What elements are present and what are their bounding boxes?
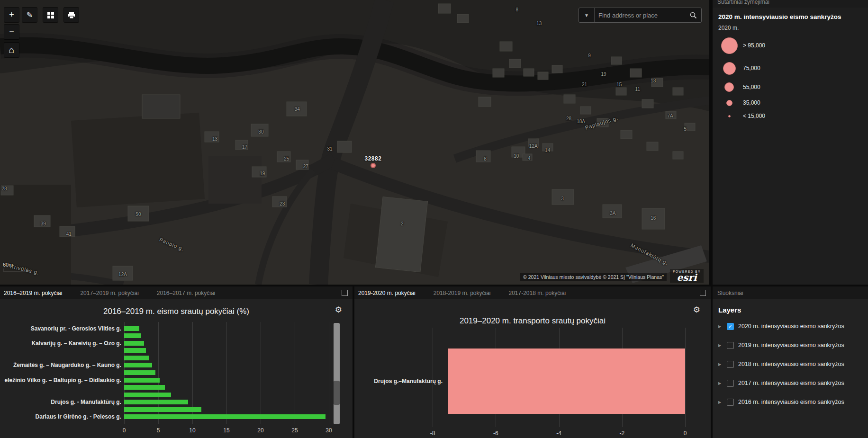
axis-tick-label: 15 — [223, 427, 229, 434]
legend-circle-icon — [726, 100, 732, 106]
layer-checkbox[interactable] — [727, 342, 734, 349]
chart-bar-track — [124, 393, 329, 397]
layer-item[interactable]: ▶2018 m. intensyviausio eismo sankryžos — [713, 355, 868, 374]
home-extent-button[interactable]: ⌂ — [4, 43, 19, 57]
chart1-bars: Savanorių pr. - Gerosios Vilties g.Kalva… — [0, 325, 329, 420]
draw-pencil-button[interactable]: ✎ — [22, 8, 37, 22]
marker-dot-icon — [371, 163, 376, 168]
chart-bar[interactable] — [124, 400, 188, 404]
chart1-scrollbar-thumb[interactable] — [334, 381, 340, 405]
layer-item-label: 2017 m. intensyviausio eismo sankryžos — [738, 380, 844, 386]
chart-bar[interactable] — [124, 333, 141, 338]
legend-item-label: 35,000 — [743, 99, 760, 106]
chart-bar-track — [124, 341, 329, 346]
tab-2019-2020-m.-pokyčiai[interactable]: 2019-2020 m. pokyčiai — [358, 290, 416, 296]
chart2-body: 2019–2020 m. transporto srautų pokyčiai … — [354, 299, 711, 438]
chart-bar[interactable] — [124, 356, 149, 360]
zoom-in-button[interactable]: + — [4, 8, 19, 22]
tab-2018-2019-m.-pokyčiai[interactable]: 2018-2019 m. pokyčiai — [434, 290, 491, 296]
chevron-right-icon[interactable]: ▶ — [718, 324, 723, 329]
chart-bar[interactable] — [124, 348, 146, 353]
layer-item[interactable]: ▶2019 m. intensyviausio eismo sankryžos — [713, 336, 868, 355]
legend-symbol-cell — [715, 82, 743, 92]
layer-checkbox[interactable] — [727, 361, 734, 368]
map-building-label: 8 — [484, 156, 487, 161]
printer-icon — [68, 11, 75, 19]
layers-panel: Sluoksniai Layers ▶✓2020 m. intensyviaus… — [713, 286, 868, 438]
legend-panel: Sutartiniai žymėjimai 2020 m. intensyvia… — [713, 0, 868, 285]
chart-bar-track — [124, 333, 329, 338]
gridline — [685, 328, 686, 427]
chevron-right-icon[interactable]: ▶ — [718, 362, 723, 366]
axis-tick-label: -6 — [493, 430, 498, 437]
chart-bar[interactable] — [124, 385, 165, 390]
chart-bar-row — [0, 355, 329, 361]
layer-item[interactable]: ▶2016 m. intensyviausio eismo sankryžos — [713, 393, 868, 411]
map-building-label: 50 — [136, 211, 141, 216]
chart-bar-row: Dariaus ir Girėno g. - Pelesos g. — [0, 414, 329, 420]
chart-bar[interactable] — [124, 370, 155, 375]
print-button[interactable] — [64, 8, 79, 22]
chevron-down-icon: ▼ — [584, 13, 589, 18]
map-canvas[interactable]: 813919211511132818A7A5343013173125271981… — [0, 0, 709, 285]
chevron-right-icon[interactable]: ▶ — [718, 381, 723, 385]
map-building-label: 13 — [536, 21, 542, 26]
chart-bar-track — [124, 348, 329, 353]
chart1-title: 2016–2019 m. eismo srautų pokyčiai (%) — [0, 307, 353, 316]
layer-item[interactable]: ▶2017 m. intensyviausio eismo sankryžos — [713, 374, 868, 393]
legend-title: 2020 m. intensyviausio eismo sankryžos — [718, 13, 868, 20]
chart-bar[interactable] — [448, 349, 685, 414]
legend-item-label: 55,000 — [743, 84, 760, 90]
esri-brand-label: esri — [673, 273, 701, 282]
chart-bar[interactable] — [124, 414, 326, 419]
layer-item[interactable]: ▶✓2020 m. intensyviausio eismo sankryžos — [713, 317, 868, 336]
tab-2016–2017-m.-pokyčiai[interactable]: 2016–2017 m. pokyčiai — [157, 290, 215, 296]
settings-gear-icon[interactable]: ⚙ — [335, 305, 342, 315]
tab-2017–2019-m.-pokyčiai[interactable]: 2017–2019 m. pokyčiai — [80, 290, 138, 296]
layer-checkbox[interactable]: ✓ — [727, 323, 734, 330]
chart-panel-2016-2019: 2016–2019 m. pokyčiai2017–2019 m. pokyči… — [0, 286, 353, 438]
map-building-label: 28 — [1, 186, 7, 191]
search-submit-button[interactable] — [685, 8, 701, 22]
chart1-scrollbar[interactable] — [334, 323, 340, 424]
chevron-right-icon[interactable]: ▶ — [718, 400, 723, 404]
legend-symbol-cell — [715, 37, 743, 54]
legend-year-label: 2020 m. — [718, 25, 868, 31]
chart-bar[interactable] — [124, 393, 171, 397]
chevron-right-icon[interactable]: ▶ — [718, 343, 723, 348]
chart-category-label: Kalvarijų g. – Kareivių g. – Ozo g. — [0, 340, 124, 347]
search-source-dropdown[interactable]: ▼ — [579, 8, 595, 22]
chart-bar[interactable] — [124, 378, 160, 383]
address-search[interactable]: ▼ — [579, 8, 702, 23]
layer-item-label: 2018 m. intensyviausio eismo sankryžos — [738, 361, 844, 367]
chart-bar[interactable] — [124, 341, 144, 346]
map-building-label: 4 — [528, 155, 531, 161]
chart2-plot — [433, 328, 685, 427]
basemap-grid-button[interactable] — [43, 8, 58, 22]
maximize-icon[interactable] — [342, 290, 348, 296]
search-icon — [690, 12, 697, 19]
legend-item: < 15,000 — [715, 110, 868, 122]
chart-bar-row — [0, 406, 329, 412]
traffic-intersection-marker[interactable]: 32882 — [364, 155, 381, 168]
chart-bar[interactable] — [124, 363, 152, 367]
chart-bar[interactable] — [124, 407, 201, 412]
chart1-tabs: 2016–2019 m. pokyčiai2017–2019 m. pokyči… — [3, 290, 338, 296]
chart-bar-row: Savanorių pr. - Gerosios Vilties g. — [0, 325, 329, 331]
tab-2016–2019-m.-pokyčiai[interactable]: 2016–2019 m. pokyčiai — [4, 290, 62, 296]
maximize-icon[interactable] — [700, 290, 706, 296]
settings-gear-icon[interactable]: ⚙ — [693, 305, 700, 315]
layer-checkbox[interactable] — [727, 399, 734, 406]
chart-bar-row — [0, 369, 329, 375]
legend-symbol-cell — [715, 100, 743, 106]
tab-2017-2018-m.-pokyčiai[interactable]: 2017-2018 m. pokyčiai — [509, 290, 566, 296]
search-input[interactable] — [595, 8, 685, 22]
map-building-label: 28 — [566, 116, 571, 121]
chart-bar[interactable] — [124, 326, 139, 331]
map-building-label: 7A — [668, 113, 673, 118]
axis-tick-label: 30 — [326, 427, 332, 434]
map-building-label: 19 — [601, 72, 606, 77]
zoom-out-button[interactable]: − — [4, 25, 19, 39]
layers-list: ▶✓2020 m. intensyviausio eismo sankryžos… — [713, 317, 868, 411]
layer-checkbox[interactable] — [727, 380, 734, 387]
